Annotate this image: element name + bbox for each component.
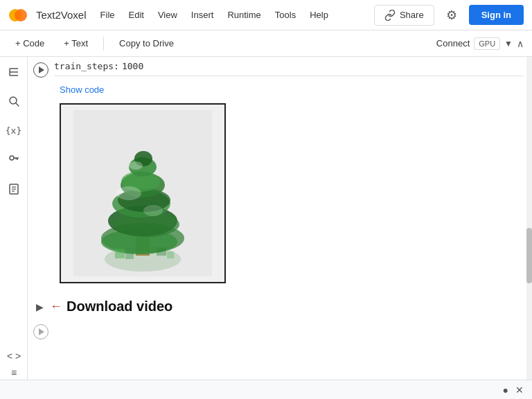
menu-runtime[interactable]: Runtime [222, 7, 266, 23]
bottom-close-icon[interactable]: ● [503, 384, 508, 396]
run-button[interactable] [33, 62, 48, 78]
toolbar-right: Connect GPU ▼ ∧ [436, 37, 524, 50]
menu-file[interactable]: File [95, 7, 121, 23]
svg-rect-33 [125, 252, 134, 259]
sidebar-toc-icon[interactable] [6, 64, 22, 80]
add-text-button[interactable]: + Text [57, 35, 95, 51]
toolbar-divider [103, 37, 104, 51]
sidebar-terminal-button[interactable]: ≡ [11, 367, 17, 378]
sidebar-variables-icon[interactable]: {x} [6, 122, 22, 139]
svg-point-30 [143, 205, 163, 216]
expand-section-button[interactable]: ▶ [33, 301, 46, 313]
next-play-icon [39, 328, 44, 335]
svg-point-29 [116, 186, 141, 200]
menu-insert[interactable]: Insert [186, 7, 220, 23]
top-bar-left: Text2Voxel File Edit View Insert Runtime… [8, 6, 334, 25]
toolbar-left: + Code + Text Copy to Drive [8, 35, 181, 51]
sidebar-files-icon[interactable] [6, 180, 22, 197]
image-area [28, 100, 532, 292]
play-icon [39, 66, 44, 73]
top-bar-right: Share ⚙ Sign in [374, 5, 524, 26]
link-icon [384, 10, 396, 21]
voxel-preview-image [60, 103, 226, 283]
sidebar-collapse-button[interactable]: < > [7, 351, 21, 362]
svg-point-8 [10, 156, 14, 160]
download-section: ▶ ← Download video [28, 292, 532, 319]
menu-edit[interactable]: Edit [123, 7, 150, 23]
bottom-bar: ● ✕ [0, 380, 532, 399]
svg-point-31 [129, 161, 143, 170]
app-title: Text2Voxel [36, 9, 87, 21]
sidebar-secrets-icon[interactable] [6, 151, 22, 168]
next-cell-area [28, 319, 532, 342]
sidebar: {x} [0, 57, 28, 399]
share-label: Share [400, 10, 424, 20]
menu-help[interactable]: Help [304, 7, 334, 23]
svg-rect-35 [167, 251, 174, 258]
signin-button[interactable]: Sign in [469, 5, 524, 25]
add-text-label: + Text [64, 38, 88, 48]
param-label: train_steps: [54, 61, 119, 71]
connect-dropdown-icon[interactable]: ▼ [504, 39, 513, 48]
menu-tools[interactable]: Tools [269, 7, 301, 23]
menu-view[interactable]: View [152, 7, 183, 23]
show-code-link[interactable]: Show code [28, 80, 532, 100]
connect-label: Connect [436, 38, 470, 48]
cell-run-area: train_steps: [28, 57, 532, 80]
svg-rect-34 [157, 247, 166, 256]
scrollbar[interactable] [526, 57, 532, 399]
menu-bar: File Edit View Insert Runtime Tools Help [95, 7, 334, 23]
colab-logo-icon [8, 6, 28, 25]
top-bar: Text2Voxel File Edit View Insert Runtime… [0, 0, 532, 30]
svg-rect-32 [115, 249, 125, 258]
svg-point-1 [15, 9, 27, 21]
sidebar-search-icon[interactable] [6, 93, 22, 109]
gpu-badge: GPU [474, 37, 500, 50]
share-button[interactable]: Share [374, 5, 434, 26]
param-input[interactable] [119, 61, 524, 71]
svg-line-7 [16, 103, 19, 106]
add-code-button[interactable]: + Code [8, 35, 51, 51]
toolbar: + Code + Text Copy to Drive Connect GPU … [0, 30, 532, 57]
scrollbar-thumb[interactable] [526, 228, 532, 283]
add-code-label: + Code [15, 38, 44, 48]
content-area: train_steps: Show code [28, 57, 532, 399]
collapse-button[interactable]: ∧ [517, 38, 524, 49]
next-run-button[interactable] [33, 324, 48, 339]
copy-drive-button[interactable]: Copy to Drive [112, 35, 181, 51]
bottom-expand-icon[interactable]: ✕ [515, 384, 524, 396]
download-video-label: Download video [66, 299, 172, 314]
copy-drive-label: Copy to Drive [119, 38, 174, 48]
download-arrow-icon: ← [50, 299, 62, 314]
param-row: train_steps: [54, 61, 524, 76]
settings-button[interactable]: ⚙ [441, 5, 462, 26]
tree-svg [73, 110, 212, 276]
main-area: {x} train_steps: [0, 57, 532, 399]
